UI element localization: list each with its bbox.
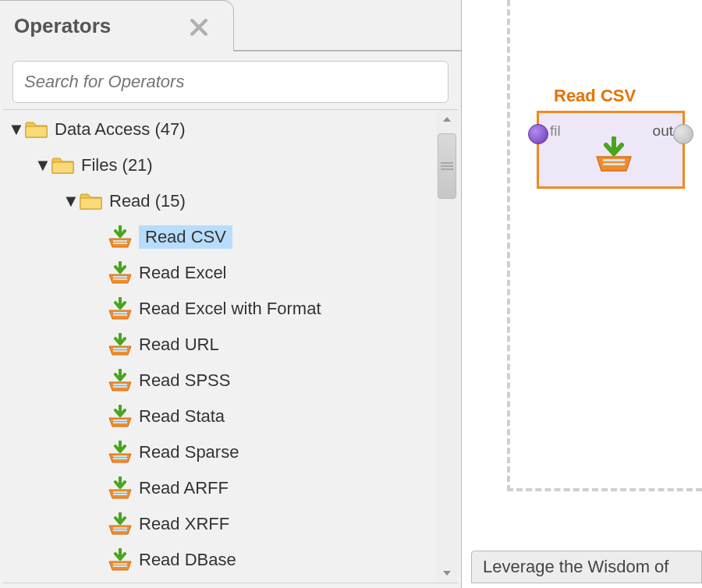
tree-label: Read XRFF [139,512,234,536]
process-canvas-panel: Read CSV fil out Leverage the Wisdom of [462,0,702,588]
tree-item-read-excel[interactable]: Read Excel [3,255,436,291]
folder-icon [51,155,75,175]
tree-item-read-arff[interactable]: Read ARFF [3,470,436,506]
import-icon [108,297,133,321]
tree-item-read-dbase[interactable]: Read DBase [3,542,436,578]
tree-folder-read[interactable]: ▼ Read (15) [3,183,436,219]
operator-node-title: Read CSV [554,86,636,106]
help-title: Leverage the Wisdom of [483,557,668,577]
tree-label: Read SPSS [139,369,235,392]
chevron-down-icon[interactable]: ▼ [8,119,20,140]
chevron-down-icon[interactable]: ▼ [34,155,47,175]
operator-tree[interactable]: ▼ Data Access (47) ▼ Files (21) ▼ Read (… [3,110,436,583]
scroll-down-icon[interactable] [436,564,458,583]
tree-label: Read CSV [139,225,232,249]
port-out-label: out [653,122,673,140]
import-icon [108,512,133,536]
tab-operators[interactable]: Operators [0,0,234,51]
tree-label: Data Access (47) [55,118,190,141]
import-icon [108,333,133,356]
port-in-label: fil [550,122,561,140]
tree-label: Read Stata [139,405,229,428]
vertical-scrollbar[interactable] [436,110,458,583]
tree-item-read-excel-format[interactable]: Read Excel with Format [3,291,436,327]
operator-node-read-csv[interactable]: fil out [537,111,685,189]
tree-label: Files (21) [81,154,158,177]
port-out[interactable] [673,124,693,144]
tree-item-read-url[interactable]: Read URL [3,327,436,363]
folder-icon [80,191,103,211]
import-icon [108,405,133,428]
tree-label: Read DBase [139,548,241,572]
tree-folder-data-access[interactable]: ▼ Data Access (47) [3,112,436,147]
port-in[interactable] [528,124,548,144]
tree-item-read-xrff[interactable]: Read XRFF [3,506,436,542]
import-icon [108,369,133,392]
tab-bar: Operators [0,0,461,51]
chevron-down-icon[interactable]: ▼ [62,191,75,211]
tab-title: Operators [14,14,111,38]
scroll-up-icon[interactable] [436,110,458,129]
scroll-track[interactable] [436,129,458,564]
import-icon [108,548,133,572]
operators-panel: Operators ▼ Data Access (47) [0,0,462,588]
import-icon [108,261,133,285]
process-canvas[interactable]: Read CSV fil out [462,0,702,544]
search-input[interactable] [12,61,448,103]
tree-label: Read Sparse [139,441,243,464]
tree-label: Read URL [139,333,224,356]
folder-icon [25,119,48,140]
tree-item-read-sparse[interactable]: Read Sparse [3,434,436,470]
scroll-thumb[interactable] [438,133,456,199]
import-icon [595,136,633,174]
tree-label: Read (15) [109,190,190,213]
search-area [0,51,461,109]
canvas-drop-region [507,0,702,491]
tree-label: Read Excel [139,261,232,285]
tree-item-read-stata[interactable]: Read Stata [3,398,436,434]
close-icon[interactable] [188,16,210,38]
tree-folder-files[interactable]: ▼ Files (21) [3,147,436,183]
import-icon [108,476,133,500]
tree-label: Read ARFF [139,476,233,500]
tree-item-read-csv[interactable]: Read CSV [3,219,436,255]
import-icon [108,441,133,464]
help-panel-header[interactable]: Leverage the Wisdom of [471,551,702,583]
tree-item-read-spss[interactable]: Read SPSS [3,363,436,398]
tree-label: Read Excel with Format [139,297,326,321]
import-icon [108,225,133,249]
